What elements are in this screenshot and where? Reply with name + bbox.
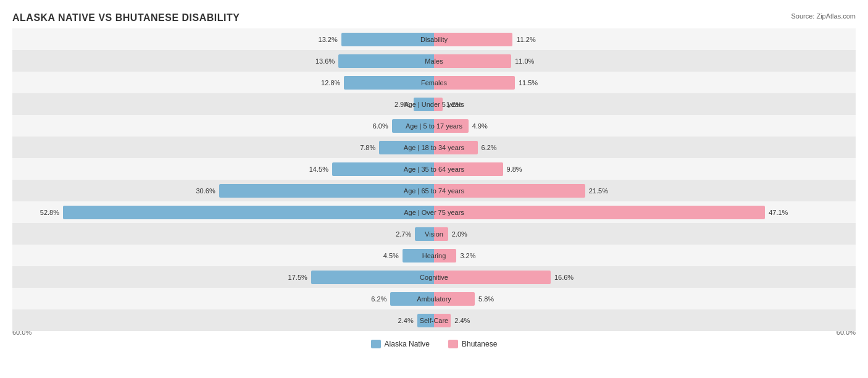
legend: Alaska Native Bhutanese bbox=[12, 340, 856, 348]
bar-left-container: 14.5% bbox=[12, 158, 434, 180]
value-right: 3.2% bbox=[456, 252, 475, 259]
bar-left-container: 6.2% bbox=[12, 288, 434, 309]
value-left: 4.5% bbox=[383, 252, 403, 259]
value-left: 2.4% bbox=[398, 317, 417, 324]
value-right: 4.9% bbox=[469, 122, 488, 130]
bar-right-container: 47.1% bbox=[434, 201, 856, 223]
bar-right: 16.6% bbox=[434, 271, 551, 284]
bar-left: 6.0% bbox=[392, 119, 434, 133]
bar-right-container: 2.4% bbox=[434, 309, 856, 331]
value-right: 9.8% bbox=[503, 166, 522, 173]
bar-left: 30.6% bbox=[219, 184, 434, 198]
bar-right: 47.1% bbox=[434, 206, 765, 219]
bar-left: 52.8% bbox=[63, 206, 434, 219]
legend-bhutanese-box bbox=[448, 340, 458, 348]
value-left: 30.6% bbox=[196, 187, 219, 195]
table-row: 12.8%Females11.5% bbox=[12, 72, 856, 93]
bar-left-container: 30.6% bbox=[12, 180, 434, 201]
value-left: 6.2% bbox=[371, 295, 390, 303]
bar-right: 2.0% bbox=[434, 227, 448, 241]
value-right: 21.5% bbox=[585, 187, 608, 195]
chart-title: ALASKA NATIVE VS BHUTANESE DISABILITY bbox=[12, 12, 856, 23]
value-left: 14.5% bbox=[309, 166, 332, 173]
source-label: Source: ZipAtlas.com bbox=[791, 12, 856, 20]
bar-right: 9.8% bbox=[434, 162, 503, 176]
legend-alaska-label: Alaska Native bbox=[385, 340, 430, 348]
bar-right-container: 11.2% bbox=[434, 28, 856, 50]
bar-right-container: 3.2% bbox=[434, 245, 856, 266]
table-row: 13.6%Males11.0% bbox=[12, 50, 856, 72]
table-row: 2.7%Vision2.0% bbox=[12, 223, 856, 245]
bar-right-container: 1.2% bbox=[434, 93, 856, 115]
bar-left-container: 7.8% bbox=[12, 136, 434, 158]
bar-right: 11.2% bbox=[434, 33, 512, 46]
bar-left-container: 13.2% bbox=[12, 28, 434, 50]
table-row: 4.5%Hearing3.2% bbox=[12, 245, 856, 266]
chart-container: ALASKA NATIVE VS BHUTANESE DISABILITY So… bbox=[0, 0, 868, 378]
bar-right-container: 6.2% bbox=[434, 136, 856, 158]
bar-right: 11.5% bbox=[434, 76, 515, 90]
value-right: 47.1% bbox=[765, 209, 788, 216]
table-row: 30.6%Age | 65 to 74 years21.5% bbox=[12, 180, 856, 201]
bar-left-container: 2.4% bbox=[12, 309, 434, 331]
table-row: 2.9%Age | Under 5 years1.2% bbox=[12, 93, 856, 115]
bar-right-container: 2.0% bbox=[434, 223, 856, 245]
bar-left: 14.5% bbox=[332, 162, 434, 176]
bar-left-container: 12.8% bbox=[12, 72, 434, 93]
value-left: 17.5% bbox=[288, 274, 311, 281]
bar-right-container: 9.8% bbox=[434, 158, 856, 180]
bar-right: 2.4% bbox=[434, 314, 451, 327]
bar-left-container: 52.8% bbox=[12, 201, 434, 223]
bar-right: 5.8% bbox=[434, 292, 475, 306]
bar-right-container: 21.5% bbox=[434, 180, 856, 201]
legend-alaska-box bbox=[371, 340, 381, 348]
bar-left: 13.2% bbox=[341, 33, 434, 46]
table-row: 2.4%Self-Care2.4% bbox=[12, 309, 856, 331]
value-right: 11.0% bbox=[511, 57, 534, 65]
value-left: 6.0% bbox=[373, 122, 392, 130]
bar-right: 4.9% bbox=[434, 119, 469, 133]
value-left: 13.2% bbox=[319, 36, 341, 43]
value-right: 11.5% bbox=[515, 79, 538, 86]
table-row: 14.5%Age | 35 to 64 years9.8% bbox=[12, 158, 856, 180]
bar-right-container: 11.5% bbox=[434, 72, 856, 93]
bar-left: 12.8% bbox=[344, 76, 434, 90]
bar-right: 11.0% bbox=[434, 54, 511, 68]
bar-right-container: 16.6% bbox=[434, 266, 856, 288]
bar-left-container: 13.6% bbox=[12, 50, 434, 72]
value-right: 16.6% bbox=[551, 274, 574, 281]
table-row: 7.8%Age | 18 to 34 years6.2% bbox=[12, 136, 856, 158]
bar-left: 2.7% bbox=[415, 227, 434, 241]
bar-right-container: 4.9% bbox=[434, 115, 856, 136]
legend-bhutanese: Bhutanese bbox=[448, 340, 497, 348]
legend-alaska: Alaska Native bbox=[371, 340, 430, 348]
bar-left: 2.4% bbox=[417, 314, 434, 327]
value-right: 2.4% bbox=[451, 317, 470, 324]
bar-left-container: 17.5% bbox=[12, 266, 434, 288]
value-left: 7.8% bbox=[360, 144, 379, 151]
bar-left: 17.5% bbox=[311, 271, 434, 284]
value-left: 13.6% bbox=[315, 57, 338, 65]
bar-right: 3.2% bbox=[434, 249, 456, 262]
bar-left-container: 2.7% bbox=[12, 223, 434, 245]
bar-left-container: 6.0% bbox=[12, 115, 434, 136]
table-row: 13.2%Disability11.2% bbox=[12, 28, 856, 50]
legend-bhutanese-label: Bhutanese bbox=[462, 340, 497, 348]
value-right: 2.0% bbox=[448, 230, 467, 238]
bar-right: 1.2% bbox=[434, 98, 443, 111]
bar-right: 21.5% bbox=[434, 184, 585, 198]
table-row: 6.0%Age | 5 to 17 years4.9% bbox=[12, 115, 856, 136]
value-right: 5.8% bbox=[475, 295, 494, 303]
value-right: 1.2% bbox=[443, 101, 462, 108]
table-row: 17.5%Cognitive16.6% bbox=[12, 266, 856, 288]
bar-left-container: 4.5% bbox=[12, 245, 434, 266]
bar-left: 13.6% bbox=[338, 54, 434, 68]
bar-left: 4.5% bbox=[403, 249, 434, 262]
bars-area: 13.2%Disability11.2%13.6%Males11.0%12.8%… bbox=[12, 28, 856, 326]
value-left: 12.8% bbox=[321, 79, 344, 86]
table-row: 6.2%Ambulatory5.8% bbox=[12, 288, 856, 309]
value-left: 2.9% bbox=[394, 101, 414, 108]
value-right: 6.2% bbox=[478, 144, 497, 151]
value-left: 52.8% bbox=[40, 209, 63, 216]
value-left: 2.7% bbox=[396, 230, 415, 238]
